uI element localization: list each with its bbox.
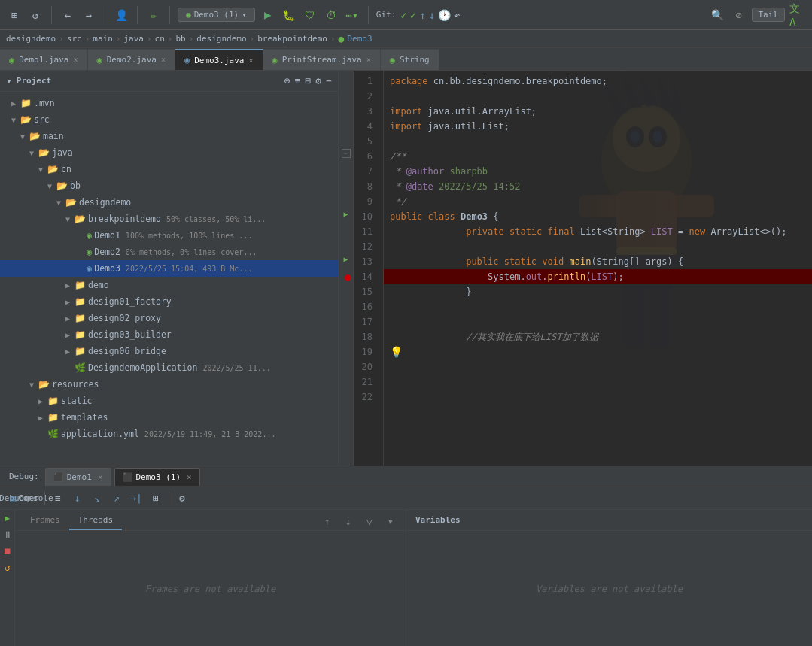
run-button[interactable]: ▶ <box>260 7 276 23</box>
ln-14: 14 <box>354 269 377 284</box>
tab-close-demo1[interactable]: × <box>73 56 78 64</box>
threads-subtab[interactable]: Threads <box>69 511 122 530</box>
tab-printstream[interactable]: ◉ PrintStream.java × <box>263 49 381 70</box>
translate-icon[interactable]: 文A <box>789 7 806 23</box>
tree-item-demo-folder[interactable]: ▶ 📁 demo <box>0 277 338 293</box>
tree-item-demo2[interactable]: ◉ Demo2 0% methods, 0% lines cover... <box>0 244 338 260</box>
breadcrumb-item-java[interactable]: java <box>123 34 144 44</box>
git-push-icon[interactable]: ↑ <box>419 9 425 21</box>
step-out-btn[interactable]: ↗ <box>108 490 126 508</box>
frames-filter-btn[interactable]: ▽ <box>360 512 379 530</box>
tree-item-appyml[interactable]: 🌿 application.yml 2022/5/19 11:49, 21 B … <box>0 426 338 442</box>
breadcrumb-item-bb[interactable]: bb <box>175 34 185 44</box>
evaluate-btn[interactable]: ⊞ <box>147 490 165 508</box>
tree-item-bb[interactable]: ▼ 📂 bb <box>0 177 338 194</box>
debug-session-close-demo1[interactable]: × <box>98 472 103 482</box>
rerun-debug-icon[interactable]: ↺ <box>5 563 10 573</box>
debug-session-close-demo3[interactable]: × <box>187 472 192 482</box>
coverage-button[interactable]: 🛡 <box>302 7 318 23</box>
tab-demo1[interactable]: ◉ Demo1.java × <box>0 49 88 70</box>
project-expand-icon[interactable]: ≡ <box>295 75 301 86</box>
tree-item-designapp[interactable]: 🌿 DesigndemoApplication 2022/5/25 11... <box>0 359 338 376</box>
project-add-icon[interactable]: ⊕ <box>284 75 290 86</box>
tab-demo2[interactable]: ◉ Demo2.java × <box>88 49 176 70</box>
gutter-7 <box>339 161 353 176</box>
fold-6[interactable]: − <box>342 149 351 158</box>
forward-button[interactable]: → <box>81 7 97 23</box>
tree-item-static[interactable]: ▶ 📁 static <box>0 393 338 409</box>
tree-item-demo1[interactable]: ◉ Demo1 100% methods, 100% lines ... <box>0 227 338 244</box>
step-over-btn[interactable]: ↓ <box>68 490 87 508</box>
frames-down-btn[interactable]: ↓ <box>339 512 357 530</box>
top-toolbar: ⊞ ↺ ← → 👤 ✏ ◉ Demo3 (1) ▾ ▶ 🐛 🛡 ⏱ ⋯▾ Git… <box>0 0 812 30</box>
frames-up-btn[interactable]: ↑ <box>318 512 336 530</box>
project-settings-icon[interactable]: ⚙ <box>315 75 321 86</box>
run-cursor-btn[interactable]: →| <box>127 490 145 508</box>
tree-item-design02[interactable]: ▶ 📁 design02_proxy <box>0 310 338 326</box>
debug-button[interactable]: 🐛 <box>281 7 297 23</box>
tree-item-java[interactable]: ▼ 📂 java <box>0 144 338 161</box>
layout-btn[interactable]: ≡ <box>49 490 67 508</box>
git-history-icon[interactable]: 🕐 <box>438 9 451 21</box>
more-run-button[interactable]: ⋯▾ <box>344 7 360 23</box>
folder-icon-main: 📂 <box>29 131 41 141</box>
label-design02: design02_proxy <box>88 313 161 323</box>
tab-string[interactable]: ◉ String <box>381 49 439 70</box>
breadcrumb-item-cn[interactable]: cn <box>155 34 165 44</box>
breadcrumb-item-designdemo[interactable]: designdemo <box>6 34 56 44</box>
step-into-btn[interactable]: ↘ <box>88 490 106 508</box>
tail-button[interactable]: Tail <box>752 8 786 22</box>
tab-close-demo3[interactable]: × <box>248 56 253 65</box>
tab-close-demo2[interactable]: × <box>161 56 166 64</box>
git-check-icon[interactable]: ✓ <box>410 9 416 21</box>
tool-sep-1 <box>44 492 45 505</box>
project-dropdown-icon[interactable]: ▾ <box>6 75 12 86</box>
project-close-icon[interactable]: − <box>326 75 332 86</box>
tree-item-design06[interactable]: ▶ 📁 design06_bridge <box>0 343 338 359</box>
git-fetch-icon[interactable]: ✓ <box>400 9 406 21</box>
breadcrumb-item-demo3[interactable]: Demo3 <box>347 34 372 44</box>
stop-icon[interactable]: ⊘ <box>731 7 747 23</box>
profile-button[interactable]: ⏱ <box>323 7 339 23</box>
settings-btn[interactable]: ⚙ <box>173 490 191 508</box>
tree-item-designdemo[interactable]: ▼ 📂 designdemo <box>0 194 338 211</box>
toolbar-icon-2[interactable]: ↺ <box>27 7 44 23</box>
run-config-button[interactable]: ◉ Demo3 (1) ▾ <box>178 8 255 22</box>
tree-item-breakpointdemo[interactable]: ▼ 📂 breakpointdemo 50% classes, 50% li..… <box>0 211 338 227</box>
tab-close-printstream[interactable]: × <box>366 56 371 64</box>
tree-item-main[interactable]: ▼ 📂 main <box>0 128 338 144</box>
search-icon[interactable]: 🔍 <box>710 7 726 23</box>
breadcrumb-item-main[interactable]: main <box>93 34 113 44</box>
frames-more-btn[interactable]: ▾ <box>382 512 400 530</box>
back-button[interactable]: ← <box>59 7 76 23</box>
debug-session-tab-demo3[interactable]: ⬛ Demo3 (1) × <box>114 468 200 486</box>
debug-session-tab-demo1[interactable]: ⬛ Demo1 × <box>45 468 111 486</box>
git-undo-icon[interactable]: ↶ <box>454 9 460 21</box>
tree-item-resources[interactable]: ▼ 📂 resources <box>0 376 338 393</box>
tree-item-design03[interactable]: ▶ 📁 design03_builder <box>0 326 338 343</box>
frames-content: Frames are not available <box>15 531 406 646</box>
console-tab-btn[interactable]: ▤ Console <box>23 490 41 508</box>
stop-debug-icon[interactable]: ⏹ <box>3 546 12 557</box>
git-pull-icon[interactable]: ↓ <box>429 9 435 21</box>
tree-item-demo3[interactable]: ◉ Demo3 2022/5/25 15:04, 493 B Mc... <box>0 260 338 277</box>
tab-demo3[interactable]: ◉ Demo3.java × <box>175 49 263 70</box>
tree-item-mvn[interactable]: ▶ 📁 .mvn <box>0 95 338 111</box>
green-tool-icon[interactable]: ✏ <box>145 7 162 23</box>
tree-item-design01[interactable]: ▶ 📁 design01_factory <box>0 293 338 310</box>
frames-subtab[interactable]: Frames <box>21 511 69 530</box>
caret-static: ▶ <box>36 397 45 405</box>
breadcrumb-item-designdemo2[interactable]: designdemo <box>196 34 246 44</box>
project-collapse-icon[interactable]: ⊟ <box>306 75 312 86</box>
tree-item-templates[interactable]: ▶ 📁 templates <box>0 409 338 426</box>
user-icon[interactable]: 👤 <box>113 7 129 23</box>
toolbar-icon-1[interactable]: ⊞ <box>6 7 23 23</box>
tree-item-src[interactable]: ▼ 📂 src <box>0 111 338 128</box>
play-debug-icon[interactable]: ▶ <box>5 513 10 523</box>
tree-item-cn[interactable]: ▼ 📂 cn <box>0 161 338 177</box>
breadcrumb-item-src[interactable]: src <box>67 34 82 44</box>
breadcrumb-item-breakpointdemo[interactable]: breakpointdemo <box>257 34 327 44</box>
pause-debug-icon[interactable]: ⏸ <box>3 529 12 540</box>
code-line-15: } <box>384 284 812 299</box>
ln-3: 3 <box>354 104 377 119</box>
